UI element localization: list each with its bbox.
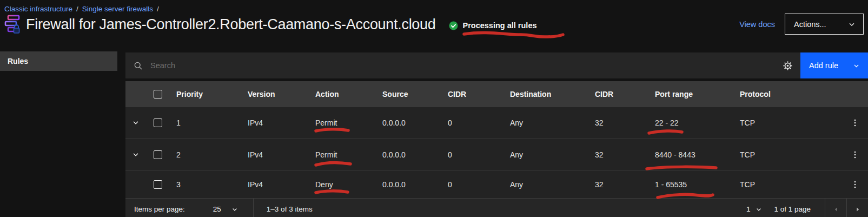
row-overflow-menu-button[interactable] bbox=[842, 119, 868, 127]
item-range-text: 1–3 of 3 items bbox=[267, 205, 313, 213]
chevron-down-icon bbox=[231, 206, 238, 213]
sidebar-item-rules[interactable]: Rules bbox=[0, 51, 117, 71]
previous-page-button[interactable] bbox=[825, 199, 846, 217]
select-row-checkbox[interactable] bbox=[154, 150, 162, 159]
page-number-value: 1 bbox=[746, 205, 751, 213]
breadcrumb: Classic infrastructure / Single server f… bbox=[4, 5, 159, 13]
page-number-select[interactable]: 1 bbox=[746, 205, 763, 213]
add-rule-label: Add rule bbox=[809, 61, 838, 70]
table-settings-button[interactable] bbox=[774, 52, 800, 78]
cell-destination: Any bbox=[503, 119, 588, 127]
breadcrumb-link-single-server-firewalls[interactable]: Single server firewalls bbox=[82, 5, 153, 13]
cell-priority: 3 bbox=[170, 180, 241, 189]
gear-icon bbox=[783, 61, 792, 70]
cell-priority: 1 bbox=[170, 119, 241, 127]
add-rule-button[interactable]: Add rule bbox=[800, 52, 868, 78]
firewall-icon bbox=[4, 15, 21, 34]
cell-action: Permit bbox=[309, 119, 376, 127]
cell-port-range: 22 - 22 bbox=[648, 119, 733, 127]
table-header-row: Priority Version Action Source CIDR Dest… bbox=[125, 81, 868, 107]
page-title: Firewall for James-Controller2.Robert-Ca… bbox=[26, 16, 436, 33]
column-header-source-cidr: CIDR bbox=[441, 90, 503, 98]
row-overflow-menu-button[interactable] bbox=[842, 180, 868, 189]
select-all-checkbox[interactable] bbox=[154, 90, 162, 98]
select-row-checkbox[interactable] bbox=[154, 180, 162, 189]
column-header-port-range: Port range bbox=[648, 90, 733, 98]
column-header-source: Source bbox=[376, 90, 441, 98]
breadcrumb-separator: / bbox=[157, 5, 159, 13]
column-header-version: Version bbox=[241, 90, 309, 98]
cell-protocol: TCP bbox=[733, 119, 842, 127]
items-per-page-value: 25 bbox=[213, 205, 221, 213]
sidebar-item-label: Rules bbox=[8, 57, 28, 65]
items-per-page-select[interactable]: 25 bbox=[213, 205, 238, 213]
column-header-action: Action bbox=[309, 90, 376, 98]
actions-dropdown-label: Actions... bbox=[794, 20, 826, 29]
items-per-page-label: Items per page: bbox=[134, 205, 185, 213]
cell-protocol: TCP bbox=[733, 150, 842, 159]
cell-source-cidr: 0 bbox=[441, 150, 503, 159]
column-header-protocol: Protocol bbox=[733, 90, 842, 98]
table-row: 1 IPv4 Permit 0.0.0.0 0 Any 32 22 - 22 T… bbox=[125, 107, 868, 139]
sidebar: Rules bbox=[0, 51, 117, 71]
search-input[interactable] bbox=[150, 61, 367, 70]
cell-protocol: TCP bbox=[733, 180, 842, 189]
column-header-priority: Priority bbox=[170, 90, 241, 98]
cell-source: 0.0.0.0 bbox=[376, 119, 441, 127]
pagination-bar: Items per page: 25 1–3 of 3 items 1 1 of… bbox=[125, 198, 868, 217]
cell-source-cidr: 0 bbox=[441, 119, 503, 127]
divider bbox=[253, 199, 254, 217]
overflow-menu-icon bbox=[851, 180, 859, 189]
cell-source-cidr: 0 bbox=[441, 180, 503, 189]
chevron-down-icon bbox=[132, 119, 140, 127]
next-page-button[interactable] bbox=[846, 199, 868, 217]
page-header: Firewall for James-Controller2.Robert-Ca… bbox=[4, 15, 537, 34]
caret-right-icon bbox=[854, 206, 862, 213]
cell-destination: Any bbox=[503, 150, 588, 159]
table-row: 2 IPv4 Permit 0.0.0.0 0 Any 32 8440 - 84… bbox=[125, 139, 868, 170]
cell-version: IPv4 bbox=[241, 180, 309, 189]
chevron-down-icon bbox=[853, 62, 860, 69]
cell-dest-cidr: 32 bbox=[588, 180, 648, 189]
cell-dest-cidr: 32 bbox=[588, 119, 648, 127]
expand-row-button[interactable] bbox=[125, 119, 146, 127]
rules-table-panel: Add rule Priority Version Action Source … bbox=[125, 52, 868, 217]
actions-dropdown[interactable]: Actions... bbox=[785, 14, 864, 35]
check-circle-icon bbox=[449, 21, 458, 30]
cell-version: IPv4 bbox=[241, 119, 309, 127]
caret-left-icon bbox=[832, 206, 840, 213]
chevron-down-icon bbox=[132, 151, 140, 159]
row-overflow-menu-button[interactable] bbox=[842, 150, 868, 159]
column-header-destination: Destination bbox=[503, 90, 588, 98]
cell-action: Permit bbox=[309, 150, 376, 159]
cell-source: 0.0.0.0 bbox=[376, 180, 441, 189]
overflow-menu-icon bbox=[851, 150, 859, 159]
cell-version: IPv4 bbox=[241, 150, 309, 159]
cell-port-range: 8440 - 8443 bbox=[648, 150, 733, 159]
cell-priority: 2 bbox=[170, 150, 241, 159]
cell-dest-cidr: 32 bbox=[588, 150, 648, 159]
chevron-down-icon bbox=[756, 206, 762, 213]
view-docs-link[interactable]: View docs bbox=[739, 20, 775, 29]
page-count-text: 1 of 1 page bbox=[774, 205, 811, 213]
expand-row-button[interactable] bbox=[125, 151, 146, 159]
cell-port-range: 1 - 65535 bbox=[648, 180, 733, 189]
cell-destination: Any bbox=[503, 180, 588, 189]
search-box[interactable] bbox=[125, 52, 774, 78]
status-text: Processing all rules bbox=[463, 21, 537, 30]
select-row-checkbox[interactable] bbox=[154, 119, 162, 127]
column-header-dest-cidr: CIDR bbox=[588, 90, 648, 98]
breadcrumb-link-classic-infrastructure[interactable]: Classic infrastructure bbox=[4, 5, 72, 13]
chevron-down-icon bbox=[848, 21, 856, 28]
table-toolbar: Add rule bbox=[125, 52, 868, 78]
table-row: 3 IPv4 Deny 0.0.0.0 0 Any 32 1 - 65535 T… bbox=[125, 170, 868, 198]
overflow-menu-icon bbox=[851, 119, 859, 127]
status-badge: Processing all rules bbox=[449, 21, 537, 30]
search-icon bbox=[134, 61, 143, 70]
breadcrumb-separator: / bbox=[76, 5, 78, 13]
cell-action: Deny bbox=[309, 180, 376, 189]
cell-source: 0.0.0.0 bbox=[376, 150, 441, 159]
